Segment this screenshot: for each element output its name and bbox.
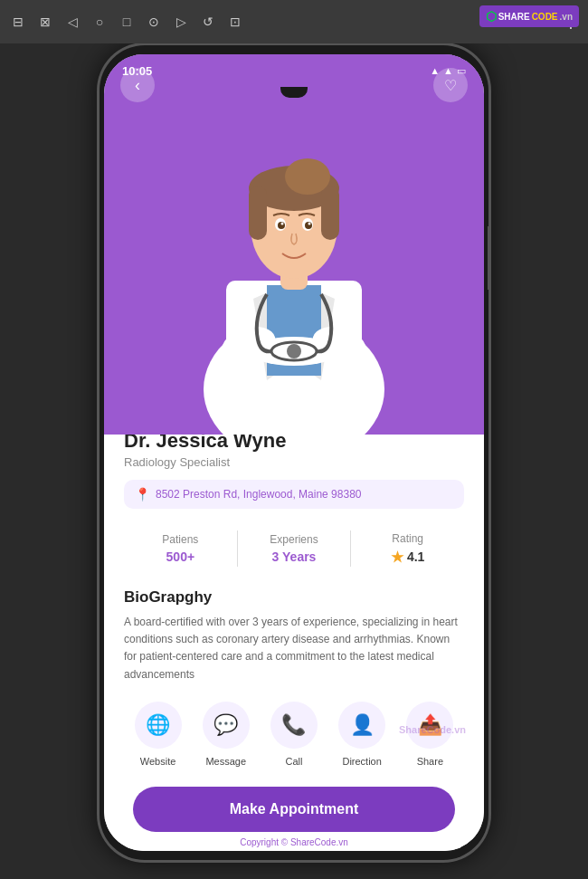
doctor-name: Dr. Jessica Wyne (124, 435, 464, 453)
address-text: 8502 Preston Rd, Inglewood, Maine 98380 (156, 488, 362, 501)
doctor-image (154, 91, 434, 435)
stats-row: Patiens 500+ Experiens 3 Years Rating (124, 523, 464, 574)
doctor-specialty: Radiology Specialist (124, 455, 464, 469)
toolbar-icon-1[interactable]: ⊟ (9, 13, 27, 31)
website-action[interactable]: 🌐 Website (135, 702, 182, 767)
sharecode-logo: ⬡ SHARECODE.vn (479, 5, 579, 27)
message-action[interactable]: 💬 Message (203, 702, 250, 767)
bio-title: BioGrapghy (124, 588, 464, 607)
call-icon: 📞 (281, 713, 306, 737)
website-button[interactable]: 🌐 (135, 702, 182, 749)
experience-stat: Experiens 3 Years (238, 533, 351, 564)
toolbar-icon-5[interactable]: □ (118, 13, 136, 31)
website-icon: 🌐 (146, 713, 170, 737)
phone-side-button (488, 226, 488, 290)
toolbar-icon-9[interactable]: ⊡ (226, 13, 244, 31)
svg-point-18 (281, 223, 284, 225)
phone-frame: 10:05 ▲ ▲ ▭ ‹ ♡ (100, 45, 488, 860)
copyright-text: Copyright © ShareCode.vn (124, 837, 464, 851)
experience-value: 3 Years (272, 549, 317, 564)
heart-icon: ♡ (444, 77, 457, 94)
message-icon: 💬 (213, 713, 238, 737)
call-button[interactable]: 📞 (270, 702, 318, 749)
star-icon: ★ (391, 549, 403, 566)
watermark: ShareCode.vn (399, 724, 466, 735)
patients-value: 500+ (166, 549, 195, 564)
scrollable-content[interactable]: Dr. Jessica Wyne Radiology Specialist 📍 … (104, 435, 484, 851)
toolbar-icon-7[interactable]: ▷ (172, 13, 190, 31)
toolbar-icon-6[interactable]: ⊙ (145, 13, 163, 31)
svg-point-19 (308, 223, 311, 225)
website-label: Website (140, 756, 176, 767)
location-icon: 📍 (135, 487, 150, 502)
svg-point-21 (287, 344, 301, 358)
biography-section: BioGrapghy A board-certified with over 3… (124, 588, 464, 683)
back-icon: ‹ (135, 76, 140, 95)
experience-label: Experiens (270, 533, 318, 546)
direction-icon: 👤 (350, 713, 375, 737)
appointment-button[interactable]: Make Appointment (133, 787, 455, 832)
svg-rect-11 (249, 186, 267, 240)
direction-label: Direction (342, 756, 381, 767)
toolbar-icon-8[interactable]: ↺ (199, 13, 217, 31)
toolbar-icon-2[interactable]: ⊠ (36, 13, 54, 31)
direction-button[interactable]: 👤 (338, 702, 385, 749)
phone-screen: 10:05 ▲ ▲ ▭ ‹ ♡ (104, 54, 484, 851)
patients-stat: Patiens 500+ (124, 533, 237, 564)
rating-value-row: ★ 4.1 (391, 549, 424, 566)
hero-section: 10:05 ▲ ▲ ▭ ‹ ♡ (104, 54, 484, 435)
bio-text: A board-certified with over 3 years of e… (124, 614, 464, 683)
svg-point-13 (285, 158, 330, 195)
direction-action[interactable]: 👤 Direction (338, 702, 385, 767)
patients-label: Patiens (162, 533, 198, 546)
address-row: 📍 8502 Preston Rd, Inglewood, Maine 9838… (124, 480, 464, 509)
rating-stat: Rating ★ 4.1 (351, 532, 464, 566)
share-label: Share (417, 756, 443, 767)
call-action[interactable]: 📞 Call (270, 702, 318, 767)
svg-rect-12 (321, 186, 339, 240)
appointment-label: Make Appointment (230, 801, 359, 817)
toolbar-icon-4[interactable]: ○ (90, 13, 109, 31)
call-label: Call (285, 756, 302, 767)
toolbar-icon-3[interactable]: ◁ (63, 13, 81, 31)
camera-notch (280, 87, 308, 98)
message-button[interactable]: 💬 (203, 702, 250, 749)
message-label: Message (205, 756, 246, 767)
favorite-button[interactable]: ♡ (433, 68, 468, 102)
rating-label: Rating (392, 532, 423, 545)
status-bar: 10:05 ▲ ▲ ▭ (104, 54, 484, 87)
info-card: Dr. Jessica Wyne Radiology Specialist 📍 … (104, 435, 484, 851)
back-button[interactable]: ‹ (120, 68, 155, 102)
rating-number: 4.1 (407, 549, 424, 564)
toolbar: ⊟ ⊠ ◁ ○ □ ⊙ ▷ ↺ ⊡ ⋮ ⬡ SHARECODE.vn (0, 0, 588, 43)
